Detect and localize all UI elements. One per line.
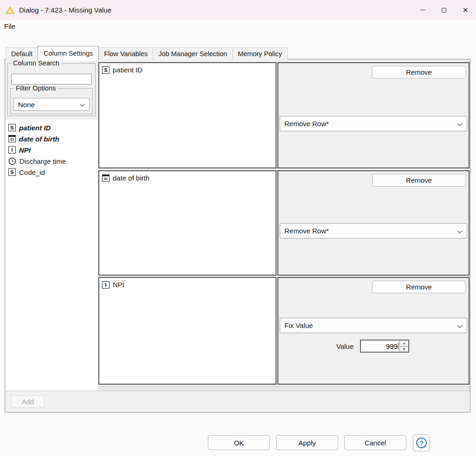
column-settings-panel: Column Search Filter Options None S pati… [5,59,470,412]
time-type-icon [8,157,16,165]
panel-npi-controls: Remove Fix Value Value ▲ ▼ [277,277,470,385]
value-input[interactable] [361,341,398,352]
panel-title: patient ID [113,66,142,74]
value-spinner: ▲ ▼ [360,340,409,353]
spinner-buttons: ▲ ▼ [399,341,408,352]
close-button[interactable]: ✕ [455,0,476,20]
spin-down-button[interactable]: ▼ [400,347,408,352]
panel-title: NPI [113,281,124,289]
close-icon: ✕ [463,6,469,13]
add-row: Add [5,391,470,412]
tab-column-settings[interactable]: Column Settings [38,46,99,61]
help-icon: ? [416,438,427,448]
list-item-discharge-time[interactable]: Discharge time [6,155,97,167]
missing-strategy-value: Remove Row* [284,227,329,235]
column-search-input[interactable] [11,74,92,84]
help-button[interactable]: ? [413,434,430,451]
string-type-icon: S [8,124,16,131]
missing-strategy-value: Remove Row* [284,120,329,128]
list-item-label: Discharge time [19,157,66,165]
panel-date-of-birth-controls: Remove Remove Row* [277,170,470,276]
remove-button[interactable]: Remove [372,281,466,293]
list-item-npi[interactable]: I NPI [6,144,97,155]
list-item-label: NPI [19,146,31,154]
menubar: File [0,20,476,34]
column-list: S patient ID 31 date of birth I NPI Disc… [6,120,97,391]
spin-up-button[interactable]: ▲ [400,341,408,347]
missing-strategy-select[interactable]: Remove Row* [280,116,467,131]
date-type-icon: 31 [102,174,109,182]
column-search-group: Column Search Filter Options None [7,63,96,116]
add-button[interactable]: Add [11,395,45,408]
integer-type-icon: I [102,281,109,289]
chevron-down-icon [457,322,463,329]
list-item-label: patient ID [19,124,51,132]
remove-button[interactable]: Remove [372,66,466,78]
list-item-date-of-birth[interactable]: 31 date of birth [6,133,97,144]
panel-date-of-birth[interactable]: 31 date of birth [98,170,277,276]
tab-job-manager-selection[interactable]: Job Manager Selection [153,47,232,60]
knime-app-icon [6,6,15,14]
list-item-code-id[interactable]: S Code_id [6,167,97,178]
panel-patient-id-controls: Remove Remove Row* [277,62,470,168]
tab-flow-variables[interactable]: Flow Variables [98,47,153,60]
missing-strategy-select[interactable]: Remove Row* [280,223,467,238]
panel-npi[interactable]: I NPI [98,277,277,385]
titlebar: Dialog - 7:423 - Missing Value ✕ [0,0,476,20]
tab-memory-policy[interactable]: Memory Policy [232,47,288,60]
text-caret [398,342,399,350]
chevron-down-icon [457,120,463,128]
list-item-patient-id[interactable]: S patient ID [6,122,97,133]
missing-strategy-value: Fix Value [284,322,313,329]
list-item-label: date of birth [19,135,59,143]
filter-options-group: Filter Options None [10,88,93,114]
tab-bar: Default Column Settings Flow Variables J… [6,46,287,60]
maximize-icon [442,8,446,13]
value-label: Value [320,342,354,350]
integer-type-icon: I [8,146,16,154]
filter-options-select[interactable]: None [13,98,90,111]
filter-options-value: None [18,101,35,109]
string-type-icon: S [102,66,109,74]
chevron-down-icon [457,227,463,235]
panel-title: date of birth [113,174,149,182]
panel-patient-id[interactable]: S patient ID [98,62,277,168]
string-type-icon: S [8,168,16,176]
cancel-button[interactable]: Cancel [344,435,406,450]
minimize-icon [420,10,425,10]
menu-file[interactable]: File [0,20,19,32]
apply-button[interactable]: Apply [276,435,338,450]
date-type-icon: 31 [8,135,16,142]
window-title: Dialog - 7:423 - Missing Value [19,6,111,14]
fix-value-row: Value ▲ ▼ [278,340,469,354]
remove-button[interactable]: Remove [372,174,466,187]
missing-strategy-select[interactable]: Fix Value [280,318,467,333]
ok-button[interactable]: OK [208,435,270,450]
chevron-down-icon [80,101,85,109]
filter-options-title: Filter Options [14,84,58,92]
minimize-button[interactable] [412,0,433,20]
tab-default[interactable]: Default [6,47,38,60]
maximize-button[interactable] [433,0,455,20]
list-item-label: Code_id [19,168,45,176]
